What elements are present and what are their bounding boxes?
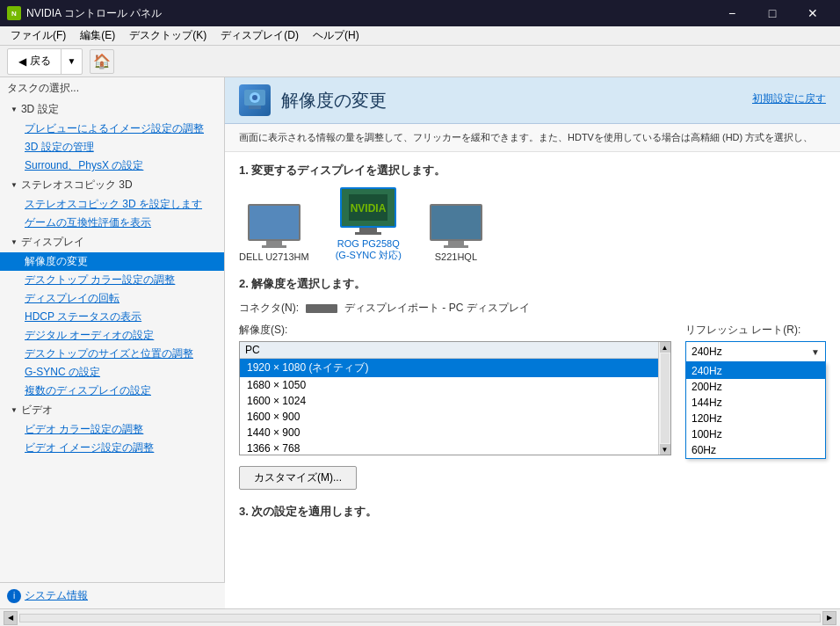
hscroll-track[interactable] [19, 614, 821, 622]
sidebar-item-hdcp[interactable]: HDCP ステータスの表示 [0, 308, 224, 326]
sidebar-item-game-compat[interactable]: ゲームの互換性評価を表示 [0, 214, 224, 232]
main-inner: タスクの選択... ▼ 3D 設定 プレビューによるイメージ設定の調整 3D 設… [0, 77, 840, 608]
resolution-header: PC [240, 342, 670, 359]
resolution-item-2[interactable]: 1600 × 1024 [240, 393, 670, 409]
resolution-item-0[interactable]: 1920 × 1080 (ネイティブ) [240, 359, 670, 377]
reset-link[interactable]: 初期設定に戻す [752, 91, 826, 106]
resolution-col: 解像度(S): PC 1920 × 1080 (ネイティブ) 1680 × 10… [239, 323, 671, 455]
svg-point-3 [252, 95, 257, 100]
resolution-label: 解像度(S): [239, 323, 671, 338]
scroll-up-btn[interactable]: ▲ [660, 342, 670, 353]
connector-label: コネクタ(N): [239, 301, 299, 316]
refresh-label: リフレッシュ レート(R): [685, 323, 826, 338]
sidebar-item-video-color[interactable]: ビデオ カラー設定の調整 [0, 420, 224, 439]
resolution-item-5[interactable]: 1366 × 768 [240, 440, 670, 452]
monitors-row: DELL U2713HM NVIDIA [239, 187, 826, 262]
monitor-rog-screen: NVIDIA [340, 187, 396, 228]
group-3d: ▼ 3D 設定 [0, 99, 224, 120]
sidebar-item-rotate[interactable]: ディスプレイの回転 [0, 289, 224, 308]
refresh-value: 240Hz [692, 346, 722, 358]
content-title: 解像度の変更 [281, 89, 387, 113]
triangle-icon: ▼ [11, 106, 18, 113]
sidebar-item-digital-audio[interactable]: デジタル オーディオの設定 [0, 326, 224, 345]
menu-desktop[interactable]: デスクトップ(K) [122, 26, 214, 45]
sidebar-item-video-image[interactable]: ビデオ イメージ設定の調整 [0, 439, 224, 457]
content-description: 画面に表示される情報の量を調整して、フリッカーを緩和できます。また、HDTVを使… [225, 124, 840, 152]
refresh-option-3[interactable]: 120Hz [686, 411, 825, 426]
connector-icon [306, 304, 337, 313]
monitor-s221-screen [430, 204, 482, 241]
section3-title: 3. 次の設定を適用します。 [239, 504, 826, 520]
hscroll-right-btn[interactable]: ▶ [822, 611, 836, 625]
triangle-video-icon: ▼ [11, 406, 18, 414]
sidebar-item-desktop-color[interactable]: デスクトップ カラー設定の調整 [0, 271, 224, 289]
forward-arrow-icon: ▼ [68, 56, 76, 66]
window-title: NVIDIA コントロール パネル [26, 6, 706, 21]
minimize-button[interactable]: − [712, 0, 752, 26]
bottom-scrollbar: ◀ ▶ [0, 608, 840, 626]
main-wrapper: タスクの選択... ▼ 3D 設定 プレビューによるイメージ設定の調整 3D 設… [0, 77, 840, 626]
resolution-scrollbar[interactable]: ▲ ▼ [658, 342, 670, 455]
triangle-stereo-icon: ▼ [11, 181, 18, 189]
group-video-label: ビデオ [21, 403, 53, 418]
maximize-button[interactable]: □ [752, 0, 793, 26]
dropdown-arrow-icon: ▼ [811, 347, 820, 357]
group-stereo: ▼ ステレオスコピック 3D [0, 175, 224, 195]
monitor-rog[interactable]: NVIDIA ROG PG258Q(G-SYNC 対応) [336, 187, 402, 262]
group-display: ▼ ディスプレイ [0, 232, 224, 252]
close-button[interactable]: ✕ [793, 0, 833, 26]
refresh-option-0[interactable]: 240Hz [686, 363, 825, 379]
hscroll-left-btn[interactable]: ◀ [4, 611, 18, 625]
menu-display[interactable]: ディスプレイ(D) [214, 26, 306, 45]
refresh-dropdown[interactable]: 240Hz ▼ [685, 341, 826, 362]
sidebar-scroll: タスクの選択... ▼ 3D 設定 プレビューによるイメージ設定の調整 3D 設… [0, 77, 224, 608]
task-label: タスクの選択... [0, 77, 224, 99]
sidebar-item-stereo-setup[interactable]: ステレオスコピック 3D を設定します [0, 195, 224, 214]
sidebar-item-gsync[interactable]: G-SYNC の設定 [0, 363, 224, 382]
sidebar-item-3d-manage[interactable]: 3D 設定の管理 [0, 138, 224, 156]
forward-button[interactable]: ▼ [61, 49, 82, 74]
sidebar: タスクの選択... ▼ 3D 設定 プレビューによるイメージ設定の調整 3D 設… [0, 77, 225, 608]
monitor-s221-label: S221HQL [435, 251, 477, 262]
resolution-listbox-container: PC 1920 × 1080 (ネイティブ) 1680 × 1050 1600 … [239, 341, 671, 455]
customize-button[interactable]: カスタマイズ(M)... [239, 466, 357, 490]
system-info-link[interactable]: i システム情報 [7, 588, 218, 603]
monitor-dell-screen [248, 204, 301, 241]
sidebar-item-preview-image[interactable]: プレビューによるイメージ設定の調整 [0, 120, 224, 138]
monitor-rog-label: ROG PG258Q(G-SYNC 対応) [336, 238, 402, 262]
sidebar-bottom: i システム情報 [0, 582, 225, 608]
sidebar-item-multi-display[interactable]: 複数のディスプレイの設定 [0, 382, 224, 400]
sidebar-item-resolution[interactable]: 解像度の変更 [0, 252, 224, 271]
connector-text: ディスプレイポート - PC ディスプレイ [344, 301, 530, 316]
nvidia-icon: N [7, 6, 21, 20]
system-info-label: システム情報 [25, 588, 88, 603]
home-button[interactable]: 🏠 [90, 49, 114, 74]
refresh-option-2[interactable]: 144Hz [686, 395, 825, 411]
refresh-option-4[interactable]: 100Hz [686, 426, 825, 442]
content-body: 1. 変更するディスプレイを選択します。 DELL U2713HM [225, 152, 840, 539]
back-button[interactable]: ◀ 戻る [8, 49, 61, 74]
back-label: 戻る [30, 54, 51, 69]
sidebar-item-surround-physx[interactable]: Surround、PhysX の設定 [0, 156, 224, 175]
content-header-icon [239, 84, 271, 116]
section1-title: 1. 変更するディスプレイを選択します。 [239, 163, 826, 178]
sidebar-item-desktop-size[interactable]: デスクトップのサイズと位置の調整 [0, 345, 224, 363]
resolution-item-3[interactable]: 1600 × 900 [240, 409, 670, 425]
menu-help[interactable]: ヘルプ(H) [306, 26, 366, 45]
menu-edit[interactable]: 編集(E) [73, 26, 122, 45]
section2: 2. 解像度を選択します。 コネクタ(N): ディスプレイポート - PC ディ… [239, 276, 826, 490]
menu-file[interactable]: ファイル(F) [4, 26, 73, 45]
refresh-option-5[interactable]: 60Hz [686, 442, 825, 458]
monitor-dell[interactable]: DELL U2713HM [239, 204, 309, 262]
content-area: 解像度の変更 初期設定に戻す 画面に表示される情報の量を調整して、フリッカーを緩… [225, 77, 840, 608]
resolution-item-4[interactable]: 1440 × 900 [240, 425, 670, 440]
monitor-dell-label: DELL U2713HM [239, 251, 309, 262]
scroll-down-btn[interactable]: ▼ [660, 444, 670, 455]
monitor-s221[interactable]: S221HQL [428, 204, 484, 262]
home-icon: 🏠 [93, 53, 111, 69]
resolution-row: 解像度(S): PC 1920 × 1080 (ネイティブ) 1680 × 10… [239, 323, 826, 455]
resolution-item-1[interactable]: 1680 × 1050 [240, 377, 670, 393]
title-bar: N NVIDIA コントロール パネル − □ ✕ [0, 0, 840, 26]
refresh-option-1[interactable]: 200Hz [686, 379, 825, 395]
section3: 3. 次の設定を適用します。 [239, 504, 826, 520]
